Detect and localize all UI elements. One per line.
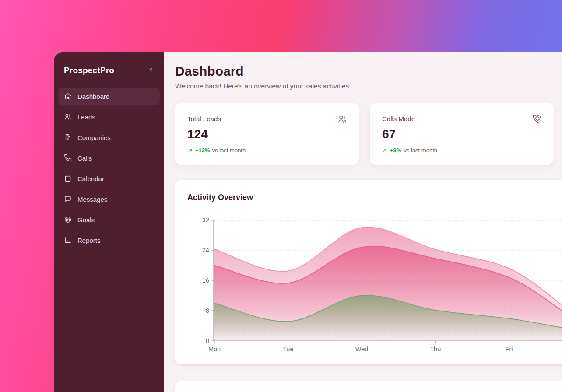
building-icon <box>64 133 72 141</box>
svg-text:Mon: Mon <box>208 346 221 353</box>
sidebar-item-reports[interactable]: Reports <box>58 231 160 249</box>
svg-text:Wed: Wed <box>355 346 369 353</box>
trend-suffix: vs last month <box>212 147 246 154</box>
svg-text:24: 24 <box>202 247 209 254</box>
sidebar-item-label: Messages <box>77 196 107 203</box>
page-title: Dashboard <box>175 64 562 78</box>
trend-percent: +8% <box>390 147 401 154</box>
chevron-left-icon <box>148 66 154 74</box>
sidebar-nav: Dashboard Leads Companies Calls <box>58 88 160 249</box>
svg-text:Thu: Thu <box>430 346 441 353</box>
trend-percent: +12% <box>195 147 210 154</box>
sidebar-item-messages[interactable]: Messages <box>58 190 160 208</box>
sidebar-item-label: Calls <box>77 154 92 162</box>
svg-text:8: 8 <box>206 307 209 314</box>
sidebar-item-label: Companies <box>77 134 111 141</box>
sidebar-header: ProspectPro <box>58 63 160 88</box>
stat-value: 67 <box>382 127 541 141</box>
sidebar-item-label: Calendar <box>77 175 104 182</box>
phone-call-icon <box>532 114 542 126</box>
page-subtitle: Welcome back! Here's an overview of your… <box>175 82 562 90</box>
calendar-icon <box>64 175 72 182</box>
collapse-sidebar-button[interactable] <box>148 66 154 74</box>
sidebar-item-goals[interactable]: Goals <box>58 211 160 228</box>
arrow-up-right-icon <box>382 147 388 153</box>
message-icon <box>64 195 72 203</box>
bottom-section-card <box>175 381 562 392</box>
app-window: ProspectPro Dashboard Leads <box>54 52 562 392</box>
activity-overview-card: Activity Overview 08162432MonTueWedThuFr… <box>175 180 562 364</box>
svg-text:Tue: Tue <box>283 346 293 353</box>
arrow-up-right-icon <box>187 147 193 153</box>
stats-row: Total Leads 124 +12% vs last month Calls… <box>175 103 562 164</box>
stat-label: Calls Made <box>382 115 541 122</box>
stat-trend: +8% vs last month <box>382 147 541 154</box>
desktop: { "sidebar": { "brand": "ProspectPro", "… <box>0 0 562 392</box>
sidebar-item-label: Dashboard <box>77 93 109 100</box>
stat-trend: +12% vs last month <box>187 147 347 154</box>
sidebar-item-dashboard[interactable]: Dashboard <box>58 88 160 105</box>
trend-suffix: vs last month <box>404 147 437 154</box>
sidebar-item-label: Leads <box>77 113 95 121</box>
sidebar: ProspectPro Dashboard Leads <box>54 52 164 392</box>
sidebar-item-companies[interactable]: Companies <box>58 129 160 146</box>
users-icon <box>64 113 72 121</box>
sidebar-item-label: Goals <box>77 216 95 224</box>
svg-text:16: 16 <box>202 277 209 284</box>
target-icon <box>64 216 72 224</box>
main-content: Dashboard Welcome back! Here's an overvi… <box>164 52 562 392</box>
sidebar-item-calendar[interactable]: Calendar <box>58 170 160 187</box>
home-icon <box>64 92 72 100</box>
stat-value: 124 <box>187 127 347 141</box>
svg-text:32: 32 <box>202 217 209 224</box>
svg-text:0: 0 <box>206 337 209 344</box>
app-logo: ProspectPro <box>64 66 114 75</box>
stat-card-calls-made: Calls Made 67 +8% vs last month <box>370 103 554 164</box>
bar-chart-icon <box>64 236 72 244</box>
sidebar-item-calls[interactable]: Calls <box>58 149 160 167</box>
sidebar-item-leads[interactable]: Leads <box>58 108 160 126</box>
sidebar-item-label: Reports <box>77 237 101 244</box>
stat-card-total-leads: Total Leads 124 +12% vs last month <box>175 103 359 164</box>
users-icon <box>337 114 347 126</box>
svg-text:Fri: Fri <box>506 346 513 353</box>
activity-area-chart: 08162432MonTueWedThuFri <box>175 180 562 364</box>
stat-label: Total Leads <box>187 115 347 122</box>
phone-icon <box>64 154 72 162</box>
